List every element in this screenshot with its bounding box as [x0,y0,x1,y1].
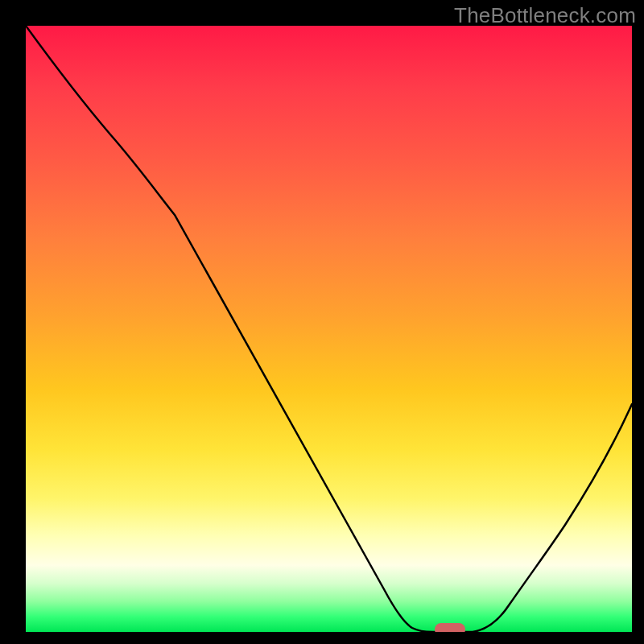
chart-container: TheBottleneck.com [0,0,644,644]
plot-area [26,26,632,632]
curve-layer [26,26,632,632]
bottleneck-curve-path [26,26,632,632]
watermark-label: TheBottleneck.com [454,3,636,28]
min-marker [435,623,465,632]
